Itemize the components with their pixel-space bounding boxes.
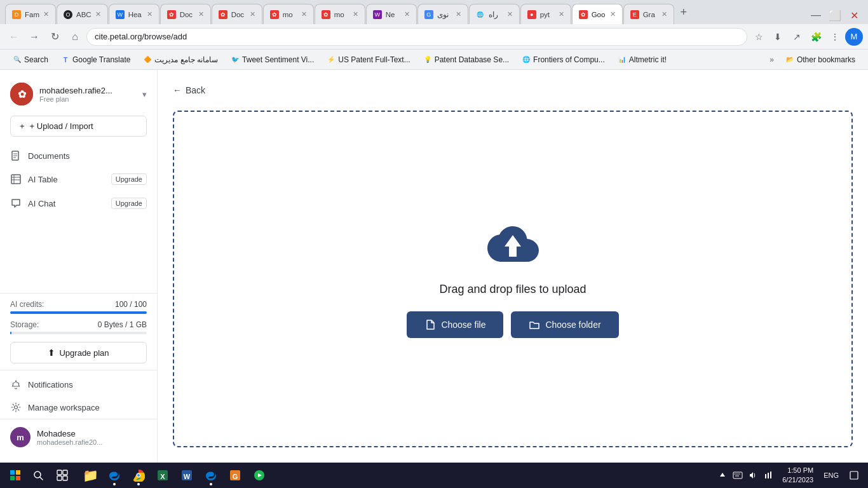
tab-mo2[interactable]: ✿ mo ✕ bbox=[315, 4, 365, 24]
drop-zone[interactable]: Drag and drop files to upload Choose fil… bbox=[173, 111, 853, 447]
close-window-button[interactable]: ✕ bbox=[845, 6, 863, 24]
minimize-button[interactable]: — bbox=[807, 6, 825, 24]
ai-table-upgrade-badge[interactable]: Upgrade bbox=[111, 173, 147, 185]
taskbar-app-excel[interactable]: X bbox=[151, 464, 174, 487]
notification-center-button[interactable] bbox=[845, 466, 863, 484]
tab-close-gra[interactable]: ✕ bbox=[661, 10, 667, 18]
sidebar-item-ai-table[interactable]: AI Table Upgrade bbox=[0, 167, 157, 191]
storage-progress-fill bbox=[10, 332, 11, 334]
extensions-button[interactable]: 🧩 bbox=[807, 28, 825, 46]
reload-button[interactable]: ↻ bbox=[46, 28, 64, 46]
upgrade-plan-button[interactable]: ⬆ Upgrade plan bbox=[10, 342, 147, 363]
language-indicator[interactable]: ENG bbox=[821, 471, 841, 479]
upload-import-button[interactable]: + + Upload / Import bbox=[10, 116, 147, 137]
share-button[interactable]: ↗ bbox=[788, 28, 806, 46]
choose-file-button[interactable]: Choose file bbox=[407, 311, 503, 338]
tab-close-nowi[interactable]: ✕ bbox=[456, 10, 461, 18]
taskbar-app-file-explorer[interactable]: 📁 bbox=[79, 464, 102, 487]
tray-up-arrow-icon[interactable] bbox=[716, 469, 729, 482]
taskbar-task-view[interactable] bbox=[51, 464, 74, 487]
svg-text:G: G bbox=[233, 473, 238, 480]
bookmark-patent-db[interactable]: 💡 Patent Database Se... bbox=[418, 53, 514, 66]
tab-close-abc[interactable]: ✕ bbox=[95, 10, 101, 18]
bookmark-search[interactable]: 🔍 Search bbox=[8, 53, 53, 66]
gear-icon bbox=[10, 402, 22, 412]
back-button[interactable]: ← bbox=[5, 28, 23, 46]
ai-chat-upgrade-badge[interactable]: Upgrade bbox=[111, 198, 147, 209]
tab-mo1[interactable]: ✿ mo ✕ bbox=[263, 4, 314, 24]
system-time[interactable]: 1:50 PM 6/21/2023 bbox=[778, 466, 817, 485]
bookmark-tweet[interactable]: 🐦 Tweet Sentiment Vi... bbox=[226, 53, 319, 66]
upgrade-icon: ⬆ bbox=[48, 348, 55, 358]
taskbar-app-orange[interactable]: G bbox=[224, 464, 247, 487]
tab-close-raah[interactable]: ✕ bbox=[507, 10, 513, 18]
tab-close-doc2[interactable]: ✕ bbox=[250, 10, 255, 18]
svg-rect-42 bbox=[768, 473, 769, 478]
sidebar-item-manage-workspace[interactable]: Manage workspace bbox=[0, 396, 157, 419]
tab-abc[interactable]: O ABC ✕ bbox=[57, 4, 108, 24]
back-link[interactable]: ← Back bbox=[173, 85, 853, 95]
taskbar-app-chrome[interactable] bbox=[127, 464, 150, 487]
sidebar-item-ai-chat[interactable]: AI Chat Upgrade bbox=[0, 191, 157, 215]
tab-doc2[interactable]: ✿ Doc ✕ bbox=[212, 4, 262, 24]
tab-gra[interactable]: E Gra ✕ bbox=[623, 4, 674, 24]
taskbar-app-edge[interactable] bbox=[103, 464, 126, 487]
tab-close-hea[interactable]: ✕ bbox=[147, 10, 153, 18]
tab-label-doc2: Doc bbox=[231, 11, 246, 18]
sidebar-item-notifications[interactable]: Notifications bbox=[0, 373, 157, 396]
maximize-button[interactable]: ⬜ bbox=[826, 6, 844, 24]
sidebar-item-label-manage-workspace: Manage workspace bbox=[28, 403, 147, 412]
tray-volume-icon[interactable] bbox=[747, 469, 759, 482]
tab-label-goo: Goo bbox=[592, 11, 606, 18]
sidebar-item-documents[interactable]: Documents bbox=[0, 144, 157, 167]
forward-button[interactable]: → bbox=[25, 28, 43, 46]
media-icon bbox=[253, 469, 266, 482]
taskbar-app-media[interactable] bbox=[248, 464, 271, 487]
chevron-down-icon[interactable]: ▾ bbox=[142, 90, 147, 99]
sidebar-profile[interactable]: m Mohadese mohadeseh.rafie20... bbox=[0, 419, 157, 455]
tab-close-doc1[interactable]: ✕ bbox=[198, 10, 204, 18]
other-bookmarks-button[interactable]: 📂 Other bookmarks bbox=[780, 53, 860, 66]
tab-ne[interactable]: W Ne ✕ bbox=[366, 4, 417, 24]
tab-nowi[interactable]: G نوی ✕ bbox=[417, 4, 468, 24]
tab-doc1[interactable]: ✿ Doc ✕ bbox=[160, 4, 211, 24]
start-button[interactable] bbox=[5, 465, 25, 485]
drop-zone-buttons: Choose file Choose folder bbox=[407, 311, 618, 338]
profile-button[interactable]: M bbox=[845, 28, 863, 46]
svg-rect-6 bbox=[11, 175, 20, 184]
bookmark-samaneh[interactable]: 🔶 سامانه جامع مدیریت bbox=[138, 53, 223, 66]
bookmark-favicon-frontiers: 🌐 bbox=[522, 55, 531, 64]
taskbar-app-word[interactable]: W bbox=[175, 464, 198, 487]
tray-network-icon[interactable] bbox=[762, 469, 775, 482]
tray-keyboard-icon[interactable] bbox=[731, 469, 744, 482]
bookmark-patent[interactable]: ⚡ US Patent Full-Text... bbox=[322, 53, 415, 66]
bookmark-label-translate: Google Translate bbox=[72, 55, 130, 64]
bookmark-translate[interactable]: T Google Translate bbox=[56, 53, 135, 66]
taskbar-app-edge2[interactable] bbox=[200, 464, 222, 487]
tab-close-mo1[interactable]: ✕ bbox=[301, 10, 307, 18]
sidebar-nav: Documents AI Table Upgrade AI Chat Upgra… bbox=[0, 144, 157, 290]
tab-raah[interactable]: 🌐 راه ✕ bbox=[469, 4, 520, 24]
bookmark-altmetric[interactable]: 📊 Altmetric it! bbox=[613, 53, 672, 66]
tab-close-goo[interactable]: ✕ bbox=[610, 10, 616, 18]
bookmarks-overflow-button[interactable]: » bbox=[766, 53, 778, 66]
tab-fam[interactable]: D Fam ✕ bbox=[5, 4, 56, 24]
tab-close-fam[interactable]: ✕ bbox=[43, 10, 49, 18]
tab-close-pyt[interactable]: ✕ bbox=[559, 10, 564, 18]
storage-label: Storage: bbox=[10, 320, 39, 329]
bookmark-star-button[interactable]: ☆ bbox=[750, 28, 768, 46]
more-button[interactable]: ⋮ bbox=[826, 28, 844, 46]
choose-folder-button[interactable]: Choose folder bbox=[511, 311, 618, 338]
tab-hea[interactable]: W Hea ✕ bbox=[109, 4, 159, 24]
home-button[interactable]: ⌂ bbox=[66, 28, 84, 46]
sidebar: ✿ mohadeseh.rafie2... Free plan ▾ + + Up… bbox=[0, 70, 158, 463]
tab-pyt[interactable]: ● pyt ✕ bbox=[520, 4, 571, 24]
download-button[interactable]: ⬇ bbox=[769, 28, 787, 46]
address-bar[interactable]: cite.petal.org/browse/add bbox=[86, 28, 747, 46]
tab-goo[interactable]: ✿ Goo ✕ bbox=[572, 4, 623, 24]
tab-close-mo2[interactable]: ✕ bbox=[353, 10, 358, 18]
tab-close-ne[interactable]: ✕ bbox=[404, 10, 410, 18]
taskbar-search-button[interactable] bbox=[28, 465, 48, 485]
bookmark-frontiers[interactable]: 🌐 Frontiers of Compu... bbox=[517, 53, 610, 66]
new-tab-button[interactable]: + bbox=[675, 3, 693, 21]
